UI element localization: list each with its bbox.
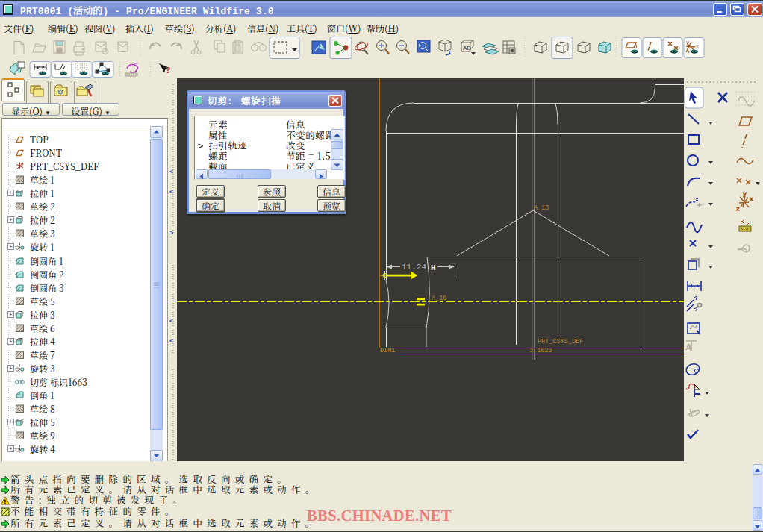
svg-text:z: z	[687, 50, 690, 56]
svg-text:?: ?	[166, 64, 171, 75]
svg-text:H: H	[431, 263, 436, 272]
svg-text:A_13: A_13	[534, 204, 549, 212]
svg-text:A_10: A_10	[432, 295, 446, 302]
svg-text:11.24: 11.24	[402, 263, 426, 272]
svg-text:z: z	[736, 205, 740, 212]
svg-text:DIM1: DIM1	[380, 347, 395, 354]
svg-text:y: y	[686, 40, 689, 46]
svg-text:y: y	[743, 190, 747, 197]
svg-text:PRT_CSYS_DEF: PRT_CSYS_DEF	[538, 338, 583, 345]
svg-text:x: x	[696, 43, 699, 49]
svg-text:AB: AB	[463, 45, 471, 51]
svg-text:3.1623: 3.1623	[529, 347, 552, 354]
svg-text:x: x	[750, 195, 753, 202]
